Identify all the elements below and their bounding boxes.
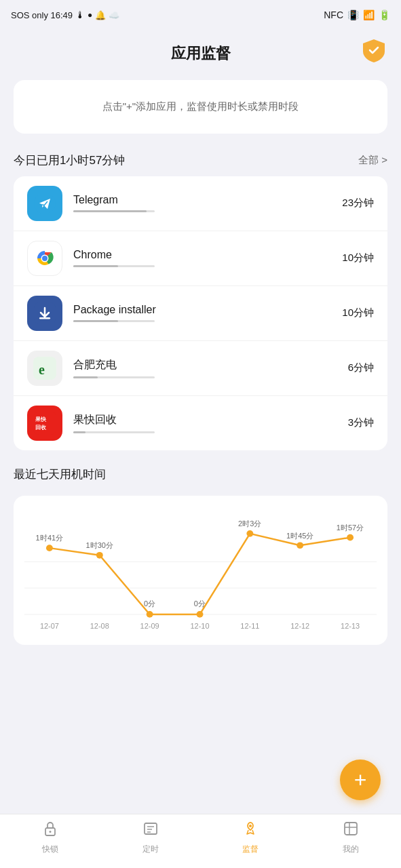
svg-text:e: e <box>39 362 45 377</box>
hf-info: 合肥充电 <box>73 358 337 378</box>
hf-time: 6分钟 <box>348 361 374 374</box>
mine-nav-label: 我的 <box>343 844 359 855</box>
gk-app-icon: 果快 回收 <box>27 406 62 441</box>
svg-point-44 <box>249 825 252 827</box>
chart-title: 最近七天用机时间 <box>14 467 387 482</box>
weather-icon: 🌡 <box>75 9 85 20</box>
telegram-info: Telegram <box>73 194 331 212</box>
svg-point-20 <box>197 611 204 618</box>
status-left: SOS only 16:49 🌡 ● 🔔 ☁️ <box>11 9 119 20</box>
telegram-name: Telegram <box>73 194 331 206</box>
telegram-bar <box>73 210 155 212</box>
pkg-app-icon <box>27 296 62 331</box>
svg-text:12-11: 12-11 <box>240 622 259 630</box>
svg-text:12-07: 12-07 <box>40 622 59 630</box>
add-app-banner: 点击"+"添加应用，监督使用时长或禁用时段 <box>14 80 387 134</box>
wifi-icon: 📶 <box>363 9 375 20</box>
chrome-name: Chrome <box>73 249 331 261</box>
svg-text:12-12: 12-12 <box>290 622 309 630</box>
shield-badge <box>360 37 387 64</box>
app-item-telegram[interactable]: Telegram 23分钟 <box>14 176 387 231</box>
page-header: 应用监督 <box>0 30 401 75</box>
page-title: 应用监督 <box>171 43 231 64</box>
svg-text:12-10: 12-10 <box>190 622 209 630</box>
status-text: SOS only 16:49 <box>11 10 73 20</box>
lock-nav-label: 快锁 <box>42 844 58 855</box>
svg-point-6 <box>42 256 47 261</box>
pkg-name: Package installer <box>73 304 331 316</box>
today-title: 今日已用1小时57分钟 <box>14 153 125 168</box>
status-right: NFC 📳 📶 🔋 <box>324 9 390 20</box>
chrome-bar-fill <box>73 265 118 267</box>
svg-text:0分: 0分 <box>194 599 206 608</box>
gk-time: 3分钟 <box>348 416 374 429</box>
svg-point-17 <box>46 545 53 551</box>
cloud-icon: ☁️ <box>109 10 119 20</box>
all-link[interactable]: 全部 > <box>358 154 387 167</box>
hf-app-icon: e <box>27 351 62 386</box>
svg-rect-45 <box>345 823 357 835</box>
svg-point-18 <box>96 551 103 558</box>
gk-bar <box>73 431 155 433</box>
svg-rect-11 <box>33 412 56 435</box>
status-bar: SOS only 16:49 🌡 ● 🔔 ☁️ NFC 📳 📶 🔋 <box>0 0 401 30</box>
nav-item-lock[interactable]: 快锁 <box>0 814 100 861</box>
add-icon: + <box>354 769 367 791</box>
svg-text:12-13: 12-13 <box>341 622 360 630</box>
app-item-gk[interactable]: 果快 回收 果快回收 3分钟 <box>14 396 387 450</box>
weekly-chart: 1时41分 1时30分 0分 0分 2时3分 1时45分 1时57分 12-07… <box>24 509 377 634</box>
monitor-nav-label: 监督 <box>242 844 259 855</box>
nfc-icon: NFC <box>324 9 343 20</box>
today-section-header: 今日已用1小时57分钟 全部 > <box>0 150 401 176</box>
app-item-hf[interactable]: e 合肥充电 6分钟 <box>14 341 387 396</box>
svg-text:果快: 果快 <box>35 416 47 422</box>
chrome-info: Chrome <box>73 249 331 267</box>
nav-item-mine[interactable]: 我的 <box>301 814 401 861</box>
svg-text:1时45分: 1时45分 <box>286 531 314 539</box>
chrome-time: 10分钟 <box>342 252 374 264</box>
pkg-bar <box>73 320 155 322</box>
app-item-pkg[interactable]: Package installer 10分钟 <box>14 286 387 341</box>
hf-name: 合肥充电 <box>73 358 337 372</box>
svg-text:12-08: 12-08 <box>90 622 109 630</box>
battery-icon: 🔋 <box>379 9 390 20</box>
pkg-time: 10分钟 <box>342 307 374 319</box>
hf-bar-fill <box>73 376 98 378</box>
mine-nav-icon <box>343 821 359 841</box>
chrome-bar <box>73 265 155 267</box>
svg-point-23 <box>347 534 354 540</box>
hf-bar <box>73 376 155 378</box>
monitor-nav-icon <box>242 821 259 841</box>
svg-text:回收: 回收 <box>35 425 47 431</box>
svg-text:12-09: 12-09 <box>140 622 159 630</box>
svg-rect-8 <box>39 317 50 319</box>
vibrate-icon: 📳 <box>347 9 359 20</box>
telegram-time: 23分钟 <box>342 197 374 210</box>
svg-point-21 <box>246 530 253 536</box>
telegram-app-icon <box>27 186 62 221</box>
banner-text: 点击"+"添加应用，监督使用时长或禁用时段 <box>102 100 299 112</box>
nav-item-timer[interactable]: 定时 <box>100 814 201 861</box>
svg-text:1时41分: 1时41分 <box>36 534 64 542</box>
app-item-chrome[interactable]: Chrome 10分钟 <box>14 231 387 286</box>
timer-nav-label: 定时 <box>142 844 159 855</box>
pkg-info: Package installer <box>73 304 331 322</box>
dot-icon: ● <box>88 10 92 20</box>
app-list: Telegram 23分钟 <box>14 176 387 450</box>
chart-section: 最近七天用机时间 1时41分 1时30分 0分 0分 2时3分 1 <box>0 467 401 645</box>
shield-icon <box>360 37 387 64</box>
gk-info: 果快回收 <box>73 413 337 433</box>
chrome-app-icon <box>27 241 62 276</box>
timer-nav-icon <box>142 821 159 841</box>
gk-bar-fill <box>73 431 85 433</box>
chart-container: 1时41分 1时30分 0分 0分 2时3分 1时45分 1时57分 12-07… <box>14 496 387 645</box>
svg-text:0分: 0分 <box>144 599 155 608</box>
nav-item-monitor[interactable]: 监督 <box>201 814 301 861</box>
svg-text:1时57分: 1时57分 <box>337 524 364 532</box>
add-fab[interactable]: + <box>340 760 381 800</box>
gk-name: 果快回收 <box>73 413 337 427</box>
bottom-nav: 快锁 定时 监督 <box>0 814 401 868</box>
svg-point-22 <box>297 542 303 549</box>
svg-point-19 <box>147 611 153 618</box>
bell-icon: 🔔 <box>95 10 106 20</box>
